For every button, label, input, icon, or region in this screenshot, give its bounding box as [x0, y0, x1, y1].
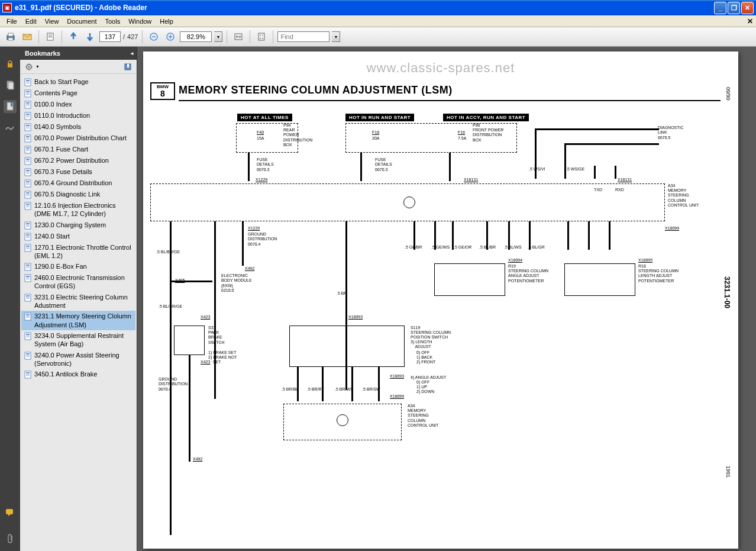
svg-rect-108: [26, 356, 30, 357]
bookmark-item[interactable]: 0670.4 Ground Distribution: [21, 178, 135, 189]
page-icon: [24, 157, 32, 165]
bookmark-item[interactable]: 1230.0 Charging System: [21, 220, 135, 231]
bookmark-item[interactable]: 0670.5 Diagnostic Link: [21, 189, 135, 200]
collapse-panel-icon[interactable]: ◄: [130, 51, 134, 56]
page-icon: [24, 101, 32, 109]
bookmark-item[interactable]: 12.10.6 Injection Electronics (DME M1.7,…: [21, 200, 135, 220]
svg-rect-4: [47, 33, 53, 40]
svg-rect-84: [26, 249, 30, 249]
bookmark-label: Contents Page: [34, 89, 133, 97]
svg-rect-103: [26, 336, 30, 336]
zoom-in-button[interactable]: [163, 30, 177, 44]
email-button[interactable]: [20, 30, 34, 44]
bookmark-item[interactable]: 0670.0 Power Distribution Chart: [21, 133, 135, 144]
zoom-out-button[interactable]: [147, 30, 161, 44]
svg-rect-1: [8, 33, 13, 36]
pages-icon[interactable]: [4, 79, 17, 92]
svg-rect-28: [26, 83, 30, 83]
page-icon: [24, 168, 32, 176]
page-sep: /: [123, 33, 125, 40]
title-underline: [179, 100, 721, 101]
menu-help[interactable]: Help: [156, 17, 177, 26]
zoom-dropdown[interactable]: ▼: [214, 31, 222, 42]
page-icon: [24, 221, 32, 230]
svg-rect-55: [26, 160, 30, 161]
toolbar: / 427 82.9% ▼ ▼: [0, 27, 756, 47]
menu-view[interactable]: View: [41, 17, 63, 26]
svg-rect-63: [26, 183, 30, 183]
bookmark-label: 1270.1 Electronic Throttle Control (EML …: [34, 243, 133, 260]
lock-icon[interactable]: [4, 57, 17, 70]
minimize-button[interactable]: _: [714, 2, 726, 14]
svg-rect-24: [127, 64, 129, 67]
bookmark-item[interactable]: 1290.0 E-Box Fan: [21, 261, 135, 272]
menu-file[interactable]: File: [2, 17, 21, 26]
page-number-input[interactable]: [99, 31, 121, 42]
prev-page-button[interactable]: [66, 30, 80, 44]
next-page-button[interactable]: [83, 30, 97, 44]
bookmarks-title: Bookmarks: [25, 50, 60, 57]
svg-rect-31: [26, 93, 30, 94]
signatures-icon[interactable]: [4, 121, 17, 134]
gear-icon[interactable]: [24, 62, 34, 72]
bookmark-item[interactable]: 3231.0 Electric Steering Column Adustmen…: [21, 292, 135, 311]
attachments-icon[interactable]: [4, 532, 17, 545]
svg-rect-75: [26, 225, 30, 225]
bookmark-item[interactable]: 0670.2 Power Distribution: [21, 155, 135, 166]
print-button[interactable]: [4, 30, 18, 44]
fit-width-button[interactable]: [231, 30, 245, 44]
svg-rect-95: [26, 297, 30, 298]
svg-rect-96: [26, 298, 30, 299]
bookmark-label: 0140.0 Symbols: [34, 123, 133, 131]
window-title: e31_91.pdf (SECURED) - Adobe Reader: [15, 4, 714, 12]
bookmark-item[interactable]: 3234.0 Supplemental Restraint System (Ai…: [21, 330, 135, 350]
bookmark-item[interactable]: 2460.0 Electronic Transmission Control (…: [21, 272, 135, 292]
menu-edit[interactable]: Edit: [21, 17, 41, 26]
expand-bookmark-icon[interactable]: [122, 62, 133, 72]
page-icon: [24, 332, 32, 340]
bookmark-item[interactable]: Back to Start Page: [21, 76, 135, 88]
close-button[interactable]: ✕: [741, 2, 754, 14]
menu-document[interactable]: Document: [63, 17, 101, 26]
fit-page-button[interactable]: [254, 30, 269, 44]
bookmark-item[interactable]: 0140.0 Symbols: [21, 121, 135, 133]
maximize-button[interactable]: ❐: [728, 2, 740, 14]
bookmark-item[interactable]: 0670.3 Fuse Details: [21, 166, 135, 178]
bookmark-label: Back to Start Page: [34, 78, 133, 86]
svg-rect-111: [26, 374, 30, 375]
bookmark-item[interactable]: 0110.0 Introduction: [21, 110, 135, 121]
document-view[interactable]: www.classic-spares.net BMW 8 MEMORY STEE…: [137, 47, 756, 551]
doc-close-button[interactable]: ✕: [747, 17, 753, 25]
bookmarks-icon[interactable]: [4, 100, 17, 113]
bookmark-item[interactable]: 1240.0 Start: [21, 231, 135, 242]
svg-rect-92: [26, 279, 30, 279]
page-display-button[interactable]: [43, 30, 57, 44]
find-dropdown[interactable]: ▼: [332, 31, 340, 42]
bookmark-item[interactable]: 3450.1 Antilock Brake: [21, 369, 135, 380]
svg-rect-47: [26, 138, 30, 138]
svg-rect-79: [26, 236, 30, 237]
bookmark-item[interactable]: 3240.0 Power Assist Steering (Servotroni…: [21, 350, 135, 369]
bookmark-label: 12.10.6 Injection Electronics (DME M1.7,…: [34, 201, 133, 218]
page-icon: [24, 294, 32, 302]
bookmark-item[interactable]: 0670.1 Fuse Chart: [21, 144, 135, 155]
gear-dropdown-icon[interactable]: ▼: [35, 65, 40, 69]
svg-rect-59: [26, 172, 30, 172]
menu-window[interactable]: Window: [124, 17, 156, 26]
page-icon: [24, 370, 32, 379]
bookmark-item[interactable]: 1270.1 Electronic Throttle Control (EML …: [21, 242, 135, 262]
svg-rect-67: [26, 194, 30, 195]
bookmark-item[interactable]: 0100.0 Index: [21, 99, 135, 110]
bookmark-item[interactable]: 3231.1 Memory Steering Clolumn Adjustmen…: [21, 311, 135, 330]
svg-rect-43: [26, 127, 30, 127]
hot-label-1: HOT AT ALL TIMES: [237, 114, 292, 121]
bookmarks-list[interactable]: Back to Start PageContents Page0100.0 In…: [20, 74, 137, 551]
svg-rect-54: [26, 159, 30, 160]
window-titlebar: ▣ e31_91.pdf (SECURED) - Adobe Reader _ …: [0, 0, 756, 15]
svg-rect-51: [26, 149, 30, 150]
menu-tools[interactable]: Tools: [101, 17, 125, 26]
bookmark-item[interactable]: Contents Page: [21, 88, 135, 99]
comments-icon[interactable]: [4, 506, 17, 519]
svg-rect-70: [26, 204, 30, 205]
find-input[interactable]: [277, 31, 329, 42]
